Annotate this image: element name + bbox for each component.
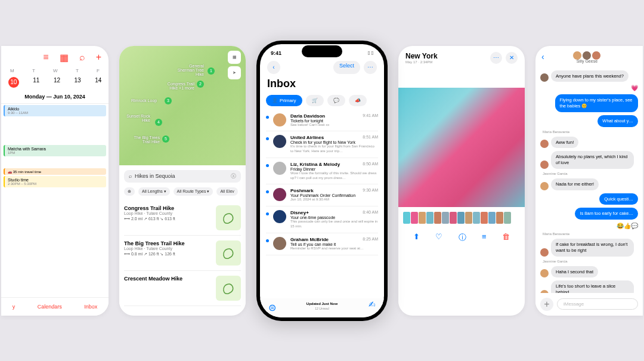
message-bubble[interactable]: Aww fun! xyxy=(551,137,578,149)
iphone-frame: 9:41 􀙇 􀛨 ‹ Select ⋯ Inbox 👤Primary 🛒 💬 📣… xyxy=(256,41,388,321)
cart-icon: 🛒 xyxy=(312,98,318,103)
adjust-icon[interactable]: ≡ xyxy=(482,232,487,243)
reactions[interactable]: 😂👍💬 xyxy=(617,223,638,229)
heart-icon[interactable]: ♡ xyxy=(435,232,442,243)
add-icon[interactable]: + xyxy=(96,52,101,63)
mail-item[interactable]: Poshmark9:30 AMYour Poshmark Order Confi… xyxy=(266,184,378,206)
map-pin[interactable]: 4 xyxy=(155,119,162,126)
search-icon[interactable]: ⌕ xyxy=(79,52,85,63)
trash-icon[interactable]: 🗑 xyxy=(502,232,510,243)
mail-item[interactable]: Graham McBride8:25 AMTell us if you can … xyxy=(266,233,378,255)
photo-main[interactable] xyxy=(398,88,525,207)
info-icon[interactable]: ⓘ xyxy=(459,232,466,243)
curated-filter[interactable]: ⊕ xyxy=(124,187,135,196)
route-filter[interactable]: All Route Types ▾ xyxy=(174,187,213,196)
thumbnail[interactable] xyxy=(488,212,496,224)
chat-tab[interactable]: 💬 xyxy=(327,95,345,106)
back-button[interactable]: ‹ xyxy=(267,61,280,74)
thumbnail[interactable] xyxy=(473,212,480,224)
hike-card[interactable]: The Big Trees Trail HikeLoop Hike · Tula… xyxy=(124,236,241,271)
message-bubble[interactable]: Anyone have plans this weekend? xyxy=(551,70,628,82)
more-icon[interactable]: ⋯ xyxy=(364,61,377,74)
event-aikido[interactable]: Aikido 9:30 – 11AM xyxy=(4,105,106,116)
thumbnail[interactable] xyxy=(442,212,449,224)
mail-item[interactable]: Darla Davidson9:41 AMTickets for tonight… xyxy=(266,110,378,132)
message-bubble[interactable]: Is 8am too early for cake… xyxy=(575,208,638,220)
search-icon: ⌕ xyxy=(129,173,132,179)
thumbnail[interactable] xyxy=(403,212,410,224)
megaphone-icon: 📣 xyxy=(355,98,361,103)
calendar-screen: ≡ ▦ ⌕ + MTWTF 1011121314 Monday — Jun 10… xyxy=(1,46,109,316)
event-studio[interactable]: Studio time 2:30PM – 5:30PM xyxy=(4,176,106,187)
photos-screen: New York May 17 · 2:34PM ⋯ ✕ ⬆︎ ♡ ⓘ ≡ 🗑 xyxy=(398,46,525,316)
day-headers: MTWTF xyxy=(1,67,109,75)
message-bubble[interactable]: Absolutely no plans yet, which I kind of… xyxy=(551,151,634,169)
maps-screen: ▦ ➤ 1 General Sherman Tree Hike 2 Congre… xyxy=(119,46,246,316)
heart-reaction[interactable]: 💗 xyxy=(631,85,638,91)
message-input[interactable]: iMessage xyxy=(557,298,638,310)
photo-title: New York xyxy=(405,52,438,60)
clear-icon[interactable]: ⓧ xyxy=(231,172,236,180)
thumbnail[interactable] xyxy=(411,212,418,224)
map-mode-icon[interactable]: ▦ xyxy=(228,51,241,64)
calendars-button[interactable]: Calendars xyxy=(38,304,62,310)
message-bubble[interactable]: If cake for breakfast is wrong, I don't … xyxy=(551,239,634,257)
more-icon[interactable]: ⋯ xyxy=(490,52,502,64)
search-input[interactable]: ⌕ Hikes in Sequoia ⓧ xyxy=(124,170,241,183)
messages-screen: ‹ Silly Geese Anyone have plans this wee… xyxy=(535,46,643,316)
event-matcha[interactable]: Matcha with Samara 1PM xyxy=(4,145,106,156)
inbox-button[interactable]: Inbox xyxy=(84,304,97,310)
thumbnail[interactable] xyxy=(465,212,472,224)
map-pin[interactable]: 3 xyxy=(165,97,172,104)
thumbnail[interactable] xyxy=(496,212,503,224)
map-view[interactable]: ▦ ➤ 1 General Sherman Tree Hike 2 Congre… xyxy=(119,46,246,165)
back-icon[interactable]: ‹ xyxy=(541,52,544,61)
status-icons: 􀙇 􀛨 xyxy=(368,50,373,56)
thumbnail[interactable] xyxy=(457,212,465,224)
today-button[interactable]: y xyxy=(13,304,16,310)
length-filter[interactable]: All Lengths ▾ xyxy=(138,187,170,196)
map-pin[interactable]: 1 xyxy=(208,67,215,75)
event-travel[interactable]: 🚗 35 min travel time xyxy=(4,168,106,175)
mail-item[interactable]: United Airlines8:51 AMCheck in for your … xyxy=(266,131,378,158)
promo-tab[interactable]: 📣 xyxy=(349,95,367,106)
hike-card[interactable]: Congress Trail HikeLoop Hike · Tulare Co… xyxy=(124,200,241,236)
thumbnail[interactable] xyxy=(434,212,441,224)
message-bubble[interactable]: Flying down to my sister's place, see th… xyxy=(555,94,638,112)
thumbnail[interactable] xyxy=(504,212,511,224)
dynamic-island xyxy=(302,45,342,57)
message-bubble[interactable]: Nada for me either! xyxy=(551,178,599,190)
mail-item[interactable]: Disney+8:40 AMYour one-time passcodeThis… xyxy=(266,206,378,233)
message-bubble[interactable]: Haha I second that xyxy=(551,266,598,278)
close-icon[interactable]: ✕ xyxy=(506,52,518,64)
date-header: Monday — Jun 10, 2024 xyxy=(1,90,109,104)
thumbnail[interactable] xyxy=(481,212,488,224)
calendar-footer: y Calendars Inbox xyxy=(1,297,109,316)
inbox-title: Inbox xyxy=(260,76,384,91)
list-icon[interactable]: ≡ xyxy=(43,52,48,63)
primary-tab[interactable]: 👤Primary xyxy=(266,95,302,106)
cart-tab[interactable]: 🛒 xyxy=(306,95,324,106)
map-pin[interactable]: 5 xyxy=(162,135,169,143)
grid-icon[interactable]: ▦ xyxy=(60,52,69,63)
mail-item[interactable]: Liz, Kristina & Melody8:50 AMFriday Dinn… xyxy=(266,158,378,185)
thumbnail[interactable] xyxy=(450,212,457,224)
thumbnail[interactable] xyxy=(419,212,426,224)
photo-date: May 17 · 2:34PM xyxy=(405,60,438,64)
locate-icon[interactable]: ➤ xyxy=(228,66,241,79)
compose-icon[interactable]: ✍︎ xyxy=(369,300,376,309)
select-button[interactable]: Select xyxy=(333,61,360,74)
share-icon[interactable]: ⬆︎ xyxy=(413,232,420,243)
message-bubble[interactable]: Quick questi… xyxy=(599,193,638,205)
thumbnail[interactable] xyxy=(426,212,434,224)
thumbnail-strip[interactable] xyxy=(398,207,525,227)
elev-filter[interactable]: All Elev xyxy=(216,187,237,196)
message-bubble[interactable]: What about y… xyxy=(597,115,638,127)
mail-footer: ⊜ Updated Just Now 12 Unread ✍︎ xyxy=(260,298,384,317)
date-row[interactable]: 1011121314 xyxy=(1,75,109,90)
plus-icon[interactable]: + xyxy=(540,298,553,311)
filter-icon[interactable]: ⊜ xyxy=(268,302,276,313)
chat-icon: 💬 xyxy=(333,98,339,103)
map-pin[interactable]: 2 xyxy=(197,81,204,88)
hike-card[interactable]: Crescent Meadow Hike xyxy=(124,271,241,306)
